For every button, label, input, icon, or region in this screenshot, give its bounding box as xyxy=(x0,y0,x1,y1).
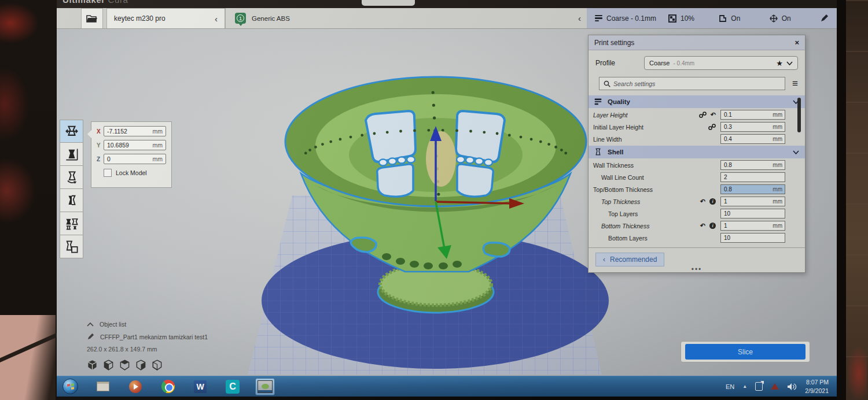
chevron-down-icon[interactable] xyxy=(793,150,799,154)
setting-value-input[interactable]: 0.1mm xyxy=(720,110,785,120)
close-icon[interactable]: × xyxy=(795,38,799,47)
pencil-icon xyxy=(87,333,94,340)
printer-selector[interactable]: keytec m230 pro ‹ xyxy=(106,8,225,28)
section-header-quality[interactable]: Quality xyxy=(589,95,805,108)
setting-value-input[interactable]: 0.8mm xyxy=(720,184,785,194)
background-wall xyxy=(846,0,868,400)
chevron-down-icon xyxy=(786,61,793,65)
taskbar-explorer-button[interactable] xyxy=(93,378,113,395)
info-icon[interactable]: i xyxy=(709,198,716,205)
setting-value-input[interactable]: 10 xyxy=(720,209,785,218)
y-position-input[interactable]: 10.6859 mm xyxy=(104,140,166,150)
mirror-tool-button[interactable] xyxy=(60,189,83,212)
viewport-3d[interactable]: X -7.1152 mm Y 10.6859 mm Z 0 xyxy=(57,29,837,376)
panel-drag-handle[interactable]: ••• xyxy=(692,265,703,273)
object-list-toggle[interactable]: Object list xyxy=(87,321,208,328)
monitor-screen: Ultimaker Cura keytec m230 pro ‹ 1 xyxy=(57,0,837,400)
setting-row: Layer Height↶0.1mm xyxy=(589,109,805,121)
revert-icon[interactable]: ↶ xyxy=(711,112,716,118)
move-tool-icon xyxy=(65,125,78,138)
taskbar-active-window-button[interactable] xyxy=(255,378,275,395)
settings-menu-icon[interactable]: ≡ xyxy=(792,79,798,88)
view-3d-icon[interactable] xyxy=(87,360,98,371)
search-settings-input[interactable]: Search settings xyxy=(599,77,785,90)
material-selector[interactable]: 1 Generic ABS xyxy=(225,8,572,28)
setting-row: Bottom Thickness↶i1mm xyxy=(589,220,805,232)
word-icon: W xyxy=(194,380,207,393)
app-titlebar: Ultimaker Cura xyxy=(57,0,837,8)
search-icon xyxy=(604,80,610,87)
summary-support: On xyxy=(731,14,740,23)
view-top-icon[interactable] xyxy=(119,360,130,371)
volume-icon[interactable] xyxy=(787,383,797,391)
x-position-input[interactable]: -7.1152 mm xyxy=(104,126,166,136)
print-settings-panel: Print settings × Profile Coarse - 0.4mm … xyxy=(588,35,806,273)
scale-tool-button[interactable] xyxy=(60,143,83,166)
pencil-icon[interactable] xyxy=(820,14,829,23)
setting-label: Bottom Layers xyxy=(593,235,716,242)
view-left-icon[interactable] xyxy=(135,360,146,371)
language-indicator[interactable]: EN xyxy=(726,383,734,390)
y-axis-label: Y xyxy=(97,142,104,149)
position-panel: X -7.1152 mm Y 10.6859 mm Z 0 xyxy=(91,121,172,188)
setting-label: Bottom Thickness xyxy=(593,223,700,229)
start-button[interactable] xyxy=(62,379,78,394)
setting-row: Top/Bottom Thickness0.8mm xyxy=(589,183,805,195)
lock-model-checkbox[interactable] xyxy=(104,169,112,177)
summary-profile: Coarse - 0.1mm xyxy=(606,14,656,23)
profile-value: Coarse xyxy=(649,60,670,66)
setting-row: Line Width0.4mm xyxy=(589,133,805,145)
clock[interactable]: 8:07 PM 2/9/2021 xyxy=(805,378,829,394)
move-tool-button[interactable] xyxy=(60,120,83,143)
setting-label: Initial Layer Height xyxy=(593,124,708,131)
taskbar-media-player-button[interactable] xyxy=(126,378,145,395)
per-model-settings-button[interactable] xyxy=(60,212,83,235)
taskbar-cura-button[interactable]: C xyxy=(223,378,242,395)
profile-suffix: - 0.4mm xyxy=(673,60,773,66)
revert-icon[interactable]: ↶ xyxy=(700,223,705,229)
active-window-thumbnail xyxy=(258,380,273,393)
setting-label: Top Thickness xyxy=(593,198,700,205)
model-name-row[interactable]: CFFFP_Part1 mekanizm tamizkari test1 xyxy=(87,333,208,340)
open-file-button[interactable] xyxy=(81,8,103,28)
setting-value-input[interactable]: 0.8mm xyxy=(720,160,785,170)
setting-row: Top Thickness↶i1mm xyxy=(589,195,805,208)
action-center-icon[interactable] xyxy=(755,382,763,391)
setting-value-input[interactable]: 0.3mm xyxy=(720,122,785,132)
section-header-shell[interactable]: Shell xyxy=(589,146,805,158)
quality-layers-icon xyxy=(595,99,602,105)
model-dimensions: 262.0 x 261.8 x 149.7 mm xyxy=(87,346,208,353)
media-player-icon xyxy=(129,380,142,393)
setting-value-input[interactable]: 1mm xyxy=(720,221,785,231)
scrollbar-thumb[interactable] xyxy=(797,98,801,132)
info-icon[interactable]: i xyxy=(709,223,716,229)
recommended-button[interactable]: ‹ Recommended xyxy=(595,253,664,266)
clock-date: 2/9/2021 xyxy=(805,387,829,395)
setting-value-input[interactable]: 1mm xyxy=(720,197,785,206)
support-blocker-button[interactable] xyxy=(60,235,83,258)
star-icon[interactable]: ★ xyxy=(776,59,783,68)
tray-expand-icon[interactable]: ▲ xyxy=(742,384,747,389)
profile-dropdown[interactable]: Coarse - 0.4mm ★ xyxy=(644,56,798,70)
revert-icon[interactable]: ↶ xyxy=(700,198,705,205)
taskbar-word-button[interactable]: W xyxy=(190,378,210,395)
setting-label: Layer Height xyxy=(593,112,699,118)
notification-toast xyxy=(362,0,415,6)
print-settings-summary[interactable]: Coarse - 0.1mm 10% On On xyxy=(587,8,837,28)
setting-value-input[interactable]: 2 xyxy=(720,172,785,182)
summary-adhesion: On xyxy=(782,14,791,23)
collapse-settings-chevron[interactable]: ‹ xyxy=(572,8,587,28)
per-model-settings-icon xyxy=(65,217,78,230)
slice-button[interactable]: Slice xyxy=(685,344,806,360)
view-front-icon[interactable] xyxy=(103,360,114,371)
z-position-input[interactable]: 0 mm xyxy=(104,154,166,164)
setting-value-input[interactable]: 10 xyxy=(720,233,785,243)
x-axis-label: X xyxy=(97,128,104,135)
setting-value-input[interactable]: 0.4mm xyxy=(720,134,785,144)
taskbar-chrome-button[interactable] xyxy=(158,378,178,395)
view-right-icon[interactable] xyxy=(152,360,163,371)
shell-icon xyxy=(594,148,602,156)
clock-time: 8:07 PM xyxy=(805,378,829,386)
tray-app-icon[interactable] xyxy=(771,383,779,390)
rotate-tool-button[interactable] xyxy=(60,166,83,189)
